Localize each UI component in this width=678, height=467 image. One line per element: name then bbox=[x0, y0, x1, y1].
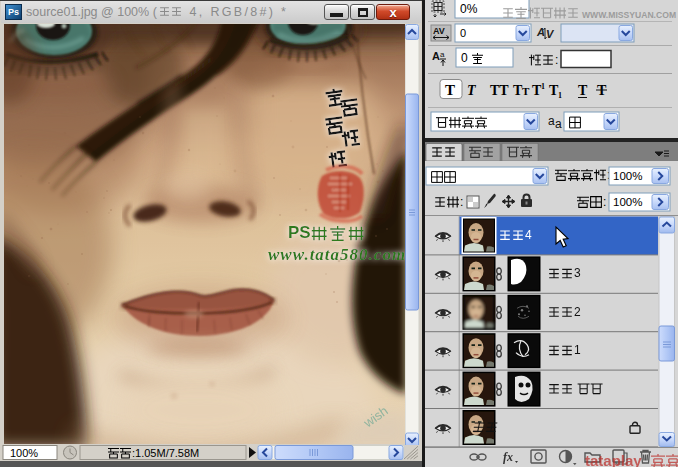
svg-text:AV: AV bbox=[433, 26, 445, 36]
svg-text:a: a bbox=[548, 114, 555, 128]
svg-text:fx: fx bbox=[503, 450, 513, 464]
svg-text:T: T bbox=[578, 83, 588, 98]
svg-text:1: 1 bbox=[558, 91, 562, 100]
svg-text:3: 3 bbox=[574, 266, 581, 280]
svg-text:a: a bbox=[555, 117, 562, 131]
svg-text:0%: 0% bbox=[460, 2, 478, 16]
svg-text:WWW.MISSYUAN.COM: WWW.MISSYUAN.COM bbox=[582, 10, 676, 20]
svg-text::: : bbox=[603, 195, 606, 209]
svg-text:A: A bbox=[536, 26, 545, 38]
svg-text:PS: PS bbox=[288, 223, 311, 242]
svg-text:0: 0 bbox=[460, 27, 466, 39]
svg-text:T: T bbox=[467, 83, 477, 98]
svg-text:T: T bbox=[445, 82, 455, 98]
svg-text:100%: 100% bbox=[613, 196, 642, 208]
svg-text:1: 1 bbox=[574, 343, 581, 357]
svg-text:A: A bbox=[432, 50, 440, 62]
svg-text::1.05M/7.58M: :1.05M/7.58M bbox=[132, 447, 199, 459]
svg-text:tataplay: tataplay bbox=[585, 452, 642, 467]
svg-text:www.tata580.com: www.tata580.com bbox=[268, 245, 406, 264]
svg-text:1: 1 bbox=[541, 82, 545, 91]
svg-text::: : bbox=[555, 53, 558, 67]
svg-text:T: T bbox=[522, 85, 530, 97]
svg-text:V: V bbox=[546, 28, 555, 40]
svg-text:100%: 100% bbox=[613, 170, 642, 182]
svg-text:100%: 100% bbox=[10, 447, 38, 459]
svg-text:2: 2 bbox=[574, 305, 581, 319]
svg-text::: : bbox=[460, 195, 463, 209]
svg-text:TT: TT bbox=[490, 83, 509, 98]
svg-text:4: 4 bbox=[525, 228, 532, 242]
svg-text:0: 0 bbox=[461, 51, 468, 65]
svg-text:a: a bbox=[440, 50, 445, 59]
